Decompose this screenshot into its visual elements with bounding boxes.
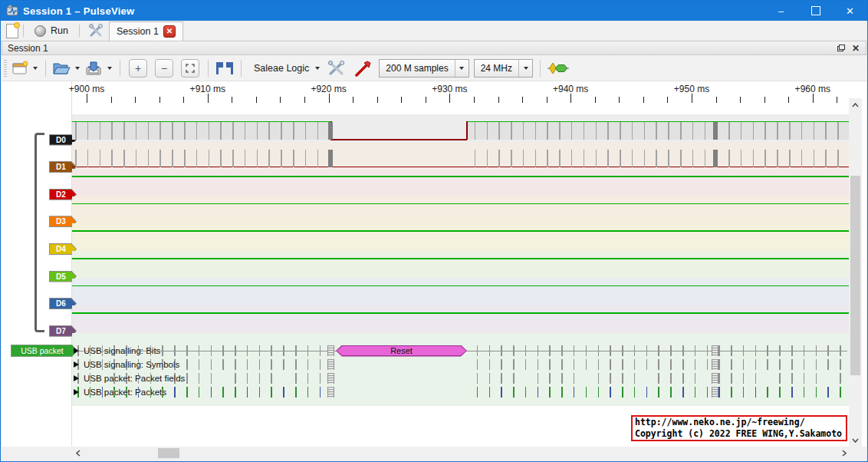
minus-icon: − xyxy=(161,63,167,74)
zoom-fit-button[interactable] xyxy=(181,59,199,78)
sample-count-value: 200 M samples xyxy=(380,63,454,74)
tab-row: Run Session 1 ✕ xyxy=(1,21,867,41)
dock-title: Session 1 xyxy=(8,43,48,54)
new-session-button[interactable] xyxy=(12,61,28,76)
device-name: Saleae Logic xyxy=(254,63,309,74)
trace-view[interactable] xyxy=(2,81,866,447)
tab-label: Session 1 xyxy=(117,26,159,37)
main-toolbar: + − Saleae Logic xyxy=(2,55,866,81)
toolbar-grip[interactable] xyxy=(4,60,7,77)
wrench-screwdriver-icon xyxy=(327,61,346,76)
settings-button[interactable] xyxy=(89,24,104,38)
zoom-out-button[interactable]: − xyxy=(155,59,173,78)
run-button[interactable]: Run xyxy=(28,24,74,38)
new-session-dropdown[interactable] xyxy=(33,67,38,70)
open-button[interactable] xyxy=(52,61,71,76)
separator xyxy=(45,60,46,77)
separator xyxy=(540,60,541,77)
cursor-flags-icon xyxy=(215,61,235,76)
watermark-line1: http://www.neko.ne.jp/~freewing/ xyxy=(635,417,805,427)
dock-close-icon[interactable]: ✕ xyxy=(852,44,860,53)
scroll-left-arrow[interactable] xyxy=(71,447,84,460)
sample-count-combobox[interactable]: 200 M samples xyxy=(379,59,469,78)
dock-title-bar: Session 1 ✕ xyxy=(2,41,866,55)
pulseview-window: Session 1 – PulseView – ✕ Run Sessio xyxy=(0,0,868,462)
combo-dropdown-icon xyxy=(518,60,532,77)
tab-close-icon[interactable]: ✕ xyxy=(163,25,176,38)
title-bar: Session 1 – PulseView – ✕ xyxy=(1,1,867,21)
wrench-icon xyxy=(89,24,104,38)
separator xyxy=(79,25,80,37)
tab-session-1[interactable]: Session 1 ✕ xyxy=(109,21,183,41)
device-dropdown[interactable] xyxy=(315,67,320,70)
vertical-scrollbar-thumb[interactable] xyxy=(850,176,860,375)
open-folder-icon xyxy=(52,61,71,76)
show-cursors-button[interactable] xyxy=(215,61,235,76)
maximize-button[interactable] xyxy=(798,1,833,21)
sample-rate-combobox[interactable]: 24 MHz xyxy=(474,59,533,78)
new-session-icon xyxy=(12,61,28,76)
separator xyxy=(208,60,209,77)
horizontal-scrollbar[interactable] xyxy=(71,447,850,460)
add-decoder-button[interactable] xyxy=(547,61,570,75)
gutter-divider xyxy=(71,81,72,447)
watermark-box: http://www.neko.ne.jp/~freewing/ Copyrig… xyxy=(631,415,847,441)
separator xyxy=(23,25,24,37)
open-dropdown[interactable] xyxy=(75,67,80,70)
minimize-button[interactable]: – xyxy=(764,1,798,21)
horizontal-scrollbar-thumb[interactable] xyxy=(158,448,179,458)
plus-icon: + xyxy=(135,63,141,74)
sample-rate-value: 24 MHz xyxy=(475,63,518,74)
scroll-right-arrow[interactable] xyxy=(837,447,850,460)
float-dock-icon[interactable] xyxy=(837,45,845,51)
zoom-fit-icon xyxy=(186,64,195,73)
close-button[interactable]: ✕ xyxy=(833,1,867,21)
probe-icon xyxy=(355,60,372,77)
save-button[interactable] xyxy=(84,60,103,76)
run-state-icon xyxy=(35,25,46,37)
decoder-icon xyxy=(547,61,570,75)
combo-dropdown-icon xyxy=(455,60,469,77)
separator xyxy=(241,60,242,77)
save-dropdown[interactable] xyxy=(107,67,112,70)
scroll-down-arrow[interactable] xyxy=(849,434,862,447)
vertical-scrollbar[interactable] xyxy=(849,98,862,447)
separator xyxy=(120,60,120,77)
new-view-icon[interactable] xyxy=(6,24,18,38)
pulseview-app-icon xyxy=(6,5,18,17)
scroll-up-arrow[interactable] xyxy=(849,98,862,111)
window-title: Session 1 – PulseView xyxy=(23,5,135,17)
save-icon xyxy=(84,60,103,76)
channels-button[interactable] xyxy=(355,60,372,77)
watermark-line2: Copyright (c) 2022 FREE WING,Y.Sakamoto xyxy=(635,428,842,439)
configure-device-button[interactable] xyxy=(327,61,346,76)
zoom-in-button[interactable]: + xyxy=(129,59,147,78)
maximize-icon xyxy=(811,6,820,15)
